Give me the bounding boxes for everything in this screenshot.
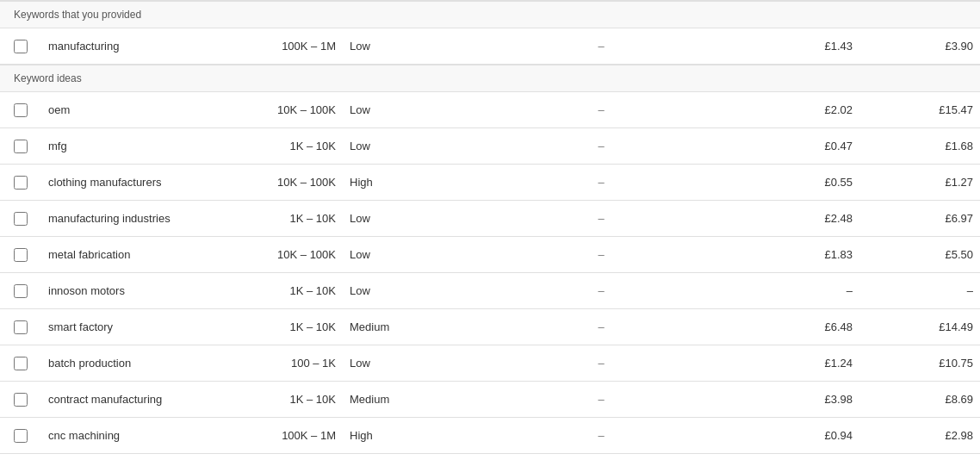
competition-cell: Low [343,140,463,152]
top-high-cell: £2.98 [859,429,980,442]
keyword-cell: mfg [41,140,222,152]
row-checkbox[interactable] [14,393,28,407]
ideas-section-header: Keyword ideas [0,65,980,92]
volume-cell: 1K – 10K [222,284,343,297]
competition-cell: Low [343,103,463,116]
volume-cell: 1K – 10K [222,140,343,152]
keyword-table: Keywords that you provided manufacturing… [0,0,980,454]
ideas-rows: oem10K – 100KLow–£2.02£15.47mfg1K – 10KL… [0,92,980,454]
top-high-cell: £8.69 [859,393,980,406]
row-checkbox-cell[interactable] [0,320,41,334]
table-row: mfg1K – 10KLow–£0.47£1.68 [0,128,980,165]
volume-cell: 1K – 10K [222,212,343,225]
provided-section-label: Keywords that you provided [14,9,141,21]
ideas-section-label: Keyword ideas [14,72,82,84]
competition-cell: Low [343,357,463,370]
row-checkbox-cell[interactable] [0,429,41,443]
competition-cell: Low [343,284,463,297]
dash-cell: – [463,284,739,297]
top-low-cell: £2.02 [739,103,859,116]
row-checkbox[interactable] [14,40,28,53]
keyword-cell: manufacturing industries [41,212,222,225]
volume-cell: 1K – 10K [222,393,343,406]
row-checkbox[interactable] [14,140,28,153]
keyword-cell: innoson motors [41,284,222,297]
row-checkbox[interactable] [14,248,28,262]
table-row: cnc machining100K – 1MHigh–£0.94£2.98 [0,418,980,454]
table-row: contract manufacturing1K – 10KMedium–£3.… [0,382,980,418]
volume-cell: 10K – 100K [222,103,343,116]
top-high-cell: £1.68 [859,140,980,152]
dash-cell: – [463,103,739,116]
row-checkbox[interactable] [14,320,28,334]
table-row: smart factory1K – 10KMedium–£6.48£14.49 [0,309,980,345]
provided-section-header: Keywords that you provided [0,1,980,28]
table-row: oem10K – 100KLow–£2.02£15.47 [0,92,980,128]
row-checkbox[interactable] [14,176,28,190]
top-low-cell: £0.47 [739,140,859,152]
volume-cell: 10K – 100K [222,248,343,261]
row-checkbox-cell[interactable] [0,176,41,190]
table-row: clothing manufacturers10K – 100KHigh–£0.… [0,165,980,201]
keyword-cell: clothing manufacturers [41,176,222,189]
row-checkbox-cell[interactable] [0,357,41,370]
top-low-cell: £3.98 [739,393,859,406]
provided-rows: manufacturing100K – 1MLow–£1.43£3.90 [0,28,980,65]
top-high-cell: – [859,284,980,297]
competition-cell: Low [343,40,463,53]
keyword-cell: smart factory [41,320,222,333]
competition-cell: High [343,176,463,189]
top-low-cell: £0.55 [739,176,859,189]
competition-cell: Medium [343,320,463,333]
keyword-cell: cnc machining [41,429,222,442]
row-checkbox[interactable] [14,429,28,443]
table-row: metal fabrication10K – 100KLow–£1.83£5.5… [0,237,980,273]
top-high-cell: £15.47 [859,103,980,116]
dash-cell: – [463,176,739,189]
dash-cell: – [463,429,739,442]
top-low-cell: £0.94 [739,429,859,442]
top-low-cell: £2.48 [739,212,859,225]
row-checkbox-cell[interactable] [0,248,41,262]
competition-cell: Medium [343,393,463,406]
top-high-cell: £6.97 [859,212,980,225]
row-checkbox[interactable] [14,103,28,117]
table-row: manufacturing100K – 1MLow–£1.43£3.90 [0,28,980,65]
table-row: innoson motors1K – 10KLow––– [0,273,980,309]
competition-cell: Low [343,248,463,261]
row-checkbox-cell[interactable] [0,103,41,117]
row-checkbox-cell[interactable] [0,284,41,298]
row-checkbox-cell[interactable] [0,212,41,226]
top-low-cell: £6.48 [739,320,859,333]
dash-cell: – [463,140,739,152]
competition-cell: High [343,429,463,442]
table-row: manufacturing industries1K – 10KLow–£2.4… [0,201,980,237]
row-checkbox[interactable] [14,357,28,370]
dash-cell: – [463,212,739,225]
top-high-cell: £14.49 [859,320,980,333]
row-checkbox-cell[interactable] [0,393,41,407]
volume-cell: 10K – 100K [222,176,343,189]
dash-cell: – [463,248,739,261]
top-high-cell: £10.75 [859,357,980,370]
keyword-cell: manufacturing [41,40,222,53]
row-checkbox[interactable] [14,284,28,298]
dash-cell: – [463,393,739,406]
keyword-cell: batch production [41,357,222,370]
row-checkbox-cell[interactable] [0,140,41,153]
top-high-cell: £1.27 [859,176,980,189]
top-low-cell: £1.43 [739,40,859,53]
keyword-cell: oem [41,103,222,116]
volume-cell: 100K – 1M [222,429,343,442]
row-checkbox[interactable] [14,212,28,226]
keyword-cell: contract manufacturing [41,393,222,406]
dash-cell: – [463,320,739,333]
dash-cell: – [463,40,739,53]
top-high-cell: £5.50 [859,248,980,261]
volume-cell: 100 – 1K [222,357,343,370]
top-high-cell: £3.90 [859,40,980,53]
keyword-cell: metal fabrication [41,248,222,261]
volume-cell: 1K – 10K [222,320,343,333]
competition-cell: Low [343,212,463,225]
row-checkbox-cell[interactable] [0,40,41,53]
